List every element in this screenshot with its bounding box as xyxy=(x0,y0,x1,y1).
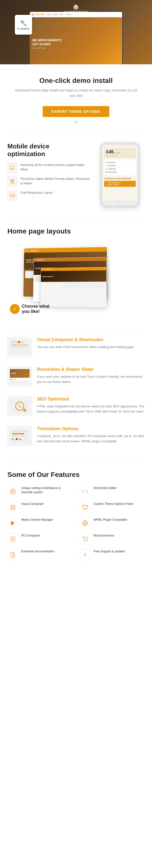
layout-stack: 🏠 HANDYMAN HOME IMPROVEMENTSGOT EASIER 🏠… xyxy=(7,243,145,317)
woo-icon xyxy=(80,533,90,545)
grid-item-docs: Extensive documentation xyxy=(7,549,72,560)
slider-icon-box xyxy=(7,177,17,187)
export-theme-button[interactable]: EXPORT THEME OPTIONS xyxy=(43,106,109,117)
feature-thumb-slider: SLIDE xyxy=(7,367,32,386)
brand-subtitle: SERVICES xyxy=(67,14,85,17)
feature-info-slider: Revolution & Swiper Slider If you want y… xyxy=(37,367,145,385)
vc-dot xyxy=(21,341,24,343)
svg-rect-6 xyxy=(13,195,14,197)
plumbing-label: PLUMBING xyxy=(17,28,30,30)
some-features-section: Some of Our Features Unique settings inh… xyxy=(0,461,152,570)
mobile-feature-text-3: Fully Responsive Layout xyxy=(20,190,52,195)
slider-dot xyxy=(12,378,14,380)
mobile-feature-text-1: Absolutely all the scrolled sections sup… xyxy=(20,163,90,172)
support-label: Free Support & updates xyxy=(93,549,125,554)
some-features-title: Some of Our Features xyxy=(7,471,145,479)
phone-item-plumbing: ⚙ Plumbing xyxy=(106,161,134,164)
flag-icon-2: 🏴 xyxy=(15,438,18,441)
vc-grid-label: Visual Composer xyxy=(21,502,44,506)
grid-item-custom-theme: Custom Theme Options Panel xyxy=(80,502,145,513)
grid-item-settings: Unique settings inheritiance & Override … xyxy=(7,486,72,497)
docs-icon xyxy=(7,549,18,560)
card-content-box-3 xyxy=(42,283,62,288)
laptop-nav-logo: 🏠 HANDYMAN xyxy=(32,13,45,16)
trans-line-3 xyxy=(12,435,27,437)
features-grid: Unique settings inheritiance & Override … xyxy=(7,486,145,560)
svg-rect-11 xyxy=(11,508,12,509)
grid-item-media: Media Content Manager xyxy=(7,518,72,529)
plumbing-icon: 🔧 xyxy=(20,20,27,27)
choose-badge: ✓ Choose what you like! xyxy=(10,304,49,314)
layouts-showcase: 🏠 HANDYMAN HOME IMPROVEMENTSGOT EASIER 🏠… xyxy=(7,243,145,317)
phone-frame: £45 per hour Price exclude vat ⚙ Plumbin… xyxy=(100,143,140,207)
responsive-icon-box xyxy=(7,190,17,200)
phone-choose-title: CHOOSE YOUR SERVICE xyxy=(104,177,136,180)
feature-title-translation: Translation Options xyxy=(37,426,145,432)
slider-dot xyxy=(14,378,16,380)
phone-home-button xyxy=(118,201,122,205)
laptop-nav-home: HOME xyxy=(47,14,51,16)
demo-install-section: One-click demo install Advanced Demo dat… xyxy=(0,64,152,135)
brand-header: 🏠 HANDYMAN SERVICES xyxy=(64,4,88,17)
po-icon xyxy=(7,533,18,545)
laptop-nav-about: ABOUT xyxy=(60,14,64,16)
settings-label: Unique settings inheritiance & Override … xyxy=(21,486,72,494)
vc-dot xyxy=(14,341,17,343)
shortcode-icon xyxy=(80,486,90,497)
media-icon xyxy=(7,518,18,529)
slider-thumb-dots xyxy=(10,378,30,381)
demo-install-title: One-click demo install xyxy=(15,77,137,85)
vc-dot-grid xyxy=(11,341,28,343)
media-play-icon xyxy=(10,520,16,526)
shortcode-brackets-icon xyxy=(82,489,88,494)
card-nav-logo-3: 🏠 HANDYMAN xyxy=(42,269,50,270)
custom-theme-icon xyxy=(80,502,90,513)
custom-theme-panel-icon xyxy=(82,504,88,510)
feature-info-seo: SEO Optimized HTML code integrated into … xyxy=(37,396,145,414)
feature-desc-slider: If you want your website to be fully Tou… xyxy=(37,374,145,385)
visual-composer-icon xyxy=(10,504,16,510)
hero-section: 🏠 HANDYMAN SERVICES 🏠 HANDYMAN HOME SERV… xyxy=(0,0,152,64)
laptop-hero-text: ME IMPROVEMENTSGOT EASIER xyxy=(32,39,62,46)
svg-point-8 xyxy=(12,491,13,492)
feature-info-translation: Translation Options Localized: .po & .mo… xyxy=(37,426,145,444)
feature-title-vc: Visual Composer & Shortcodes xyxy=(37,337,134,343)
support-arrow-icon xyxy=(82,552,88,558)
feature-info-vc: Visual Composer & Shortcodes You can use… xyxy=(37,337,134,350)
po-label: PO Composer xyxy=(21,533,40,538)
plumbing-badge: 🔧 PLUMBING xyxy=(15,15,32,35)
card-nav-logo: 🏠 HANDYMAN xyxy=(28,250,38,251)
swipe-icon-box xyxy=(7,163,17,173)
phone-screen: £45 per hour Price exclude vat ⚙ Plumbin… xyxy=(102,146,138,200)
laptop-screen: 🏠 HANDYMAN HOME SERVICES ABOUT CONTACT M… xyxy=(29,11,123,64)
phone-price-box: £45 per hour Price exclude vat xyxy=(104,148,136,158)
media-label: Media Content Manager xyxy=(21,518,53,522)
svg-rect-0 xyxy=(11,166,14,169)
vc-dot xyxy=(11,341,14,343)
wpml-icon xyxy=(80,518,90,529)
mobile-features-content: Mobile device optimization Absolutely al… xyxy=(7,143,90,204)
feature-row-seo: 🔍 ✓ SEO Optimized HTML code integrated i… xyxy=(7,396,145,416)
home-layouts-title: Home page layouts xyxy=(7,227,145,235)
feature-desc-vc: You can use both of the instruments when… xyxy=(37,345,134,350)
trans-line-2 xyxy=(12,433,24,434)
mobile-section: Mobile device optimization Absolutely al… xyxy=(0,135,152,217)
svg-rect-13 xyxy=(83,505,87,508)
choose-check-icon: ✓ xyxy=(10,304,20,314)
seo-circle-group: 🔍 ✓ xyxy=(15,402,24,411)
phone-item-electrical: ⚡ Electrical xyxy=(106,164,134,167)
trans-flags: 🏳 🏴 ➜ xyxy=(12,438,28,441)
feature-title-slider: Revolution & Swiper Slider xyxy=(37,367,145,372)
card-content-box-5 xyxy=(84,282,105,287)
feature-thumb-translation: 🏳 🏴 ➜ xyxy=(7,426,32,446)
feature-row-vc: Visual Composer & Shortcodes You can use… xyxy=(7,337,145,357)
svg-rect-5 xyxy=(10,194,13,197)
settings-icon xyxy=(7,486,18,497)
svg-rect-9 xyxy=(11,505,12,507)
choose-text: Choose what you like! xyxy=(22,304,49,314)
custom-theme-label: Custom Theme Options Panel xyxy=(93,502,133,506)
svg-rect-12 xyxy=(13,508,15,509)
feature-row-slider: SLIDE Revolution & Swiper Slider If you … xyxy=(7,367,145,386)
mobile-feature-text-2: The theme makes Mobile Friendly sliders:… xyxy=(20,177,90,186)
vc-line-3 xyxy=(11,347,28,348)
